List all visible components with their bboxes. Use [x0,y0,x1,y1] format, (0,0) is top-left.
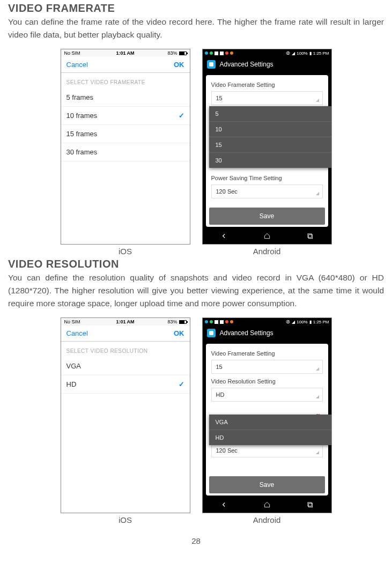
powersave-spinner[interactable]: 120 Sec [211,443,323,457]
status-icon [220,51,224,55]
android-status-bar: ⦿ ◢ 100% ▮ 1:25 PM [203,49,331,57]
status-icon [215,51,218,55]
ios-status-bar: No SIM 1:01 AM 83% [61,49,190,57]
list-item[interactable]: 5 frames [61,88,190,107]
battery-icon [179,320,187,324]
field-label: Power Saving Time Setting [211,175,323,181]
recent-icon[interactable] [306,232,314,242]
android-screenshot-framerate: ⦿ ◢ 100% ▮ 1:25 PM Advanced Settings Vid… [202,49,332,256]
status-dot-icon [230,51,233,55]
status-dot-icon [225,51,228,55]
list-item[interactable]: HD ✓ [61,375,190,394]
battery-pct: 100% [297,320,307,324]
status-dot-icon [210,320,213,323]
screenshot-row-framerate: No SIM 1:01 AM 83% Cancel OK SELECT VIDE… [8,49,384,256]
svg-rect-3 [308,504,312,507]
ok-button[interactable]: OK [174,61,184,69]
ok-button[interactable]: OK [174,329,184,337]
screenshot-row-resolution: No SIM 1:01 AM 83% Cancel OK SELECT VIDE… [8,317,384,524]
list-item[interactable]: 15 frames [61,125,190,143]
page-number: 28 [8,536,384,545]
ios-screenshot-resolution: No SIM 1:01 AM 83% Cancel OK SELECT VIDE… [61,317,190,524]
battery-icon: ▮ [309,51,312,56]
svg-rect-0 [307,234,311,238]
status-dot-icon [205,51,208,55]
dropdown-item[interactable]: 30 [209,153,332,168]
back-icon[interactable] [220,501,228,511]
field-label: Video Framerate Setting [211,82,323,88]
caption-android: Android [202,515,332,524]
signal-icon: ◢ [292,320,295,324]
status-time: 1:25 PM [313,51,329,56]
status-time: 1:25 PM [313,320,329,324]
android-status-bar: ⦿ ◢ 100% ▮ 1:25 PM [203,318,331,326]
status-dot-icon [225,320,228,323]
dropdown-item[interactable]: 5 [209,106,332,122]
battery-icon [179,51,187,55]
ios-screenshot-framerate: No SIM 1:01 AM 83% Cancel OK SELECT VIDE… [61,49,190,256]
battery-icon: ▮ [309,320,312,324]
app-icon [207,60,216,69]
svg-rect-1 [308,235,312,239]
caption-android: Android [202,247,332,256]
dropdown-item[interactable]: 15 [209,137,332,153]
status-icon [215,320,218,324]
cancel-button[interactable]: Cancel [66,61,88,69]
ios-status-time: 1:01 AM [61,50,190,56]
powersave-spinner[interactable]: 120 Sec [211,184,323,198]
app-icon [207,329,216,337]
list-item-label: 30 frames [66,148,98,156]
wifi-icon: ⦿ [286,51,290,56]
framerate-dropdown: 5 10 15 30 [209,106,332,168]
back-icon[interactable] [220,232,228,242]
settings-card: Video Framerate Setting 15 5 10 15 30 Po… [206,75,328,227]
resolution-spinner[interactable]: HD [211,388,323,402]
status-dot-icon [210,51,213,55]
recent-icon[interactable] [306,501,314,511]
framerate-spinner[interactable]: 15 [211,91,323,105]
resolution-dropdown: VGA HD [209,415,332,445]
ios-navbar: Cancel OK [61,57,190,73]
settings-card: Video Framerate Setting 15 Video Resolut… [206,344,328,496]
heading-video-resolution: VIDEO RESOLUTION [8,258,384,270]
svg-rect-2 [307,502,311,506]
save-button[interactable]: Save [209,476,325,493]
status-icon [220,320,224,324]
dropdown-item[interactable]: HD [209,430,332,445]
field-label: Video Framerate Setting [211,350,323,357]
home-icon[interactable] [263,501,271,511]
wifi-icon: ⦿ [286,320,290,324]
framerate-spinner[interactable]: 15 [211,360,323,374]
battery-pct: 100% [297,51,307,56]
dropdown-item[interactable]: VGA [209,415,332,430]
list-item[interactable]: 30 frames [61,143,190,161]
paragraph-framerate: You can define the frame rate of the vid… [8,16,384,41]
list-item[interactable]: VGA [61,357,190,375]
list-item-label: VGA [66,362,81,370]
android-appbar: Advanced Settings [203,57,331,72]
caption-ios: iOS [61,247,190,256]
save-button[interactable]: Save [209,208,325,225]
cancel-button[interactable]: Cancel [66,329,88,337]
heading-video-framerate: VIDEO FRAMERATE [8,2,384,14]
ios-section-header: SELECT VIDEO RESOLUTION [61,342,190,357]
signal-icon: ◢ [292,51,295,56]
dropdown-item[interactable]: 10 [209,122,332,137]
android-screenshot-resolution: ⦿ ◢ 100% ▮ 1:25 PM Advanced Settings Vid… [202,317,332,524]
list-item-label: 10 frames [66,112,98,120]
list-item-label: 5 frames [66,93,94,101]
home-icon[interactable] [263,232,271,242]
appbar-title: Advanced Settings [220,61,273,68]
list-item-label: HD [66,380,77,388]
paragraph-resolution: You can define the resolution quality of… [8,271,384,310]
list-item-label: 15 frames [66,130,98,138]
status-dot-icon [230,320,233,323]
caption-ios: iOS [61,515,190,524]
status-dot-icon [205,320,208,323]
checkmark-icon: ✓ [179,380,184,388]
android-nav-bar [203,499,331,513]
ios-navbar: Cancel OK [61,326,190,342]
list-item[interactable]: 10 frames ✓ [61,107,190,125]
ios-status-bar: No SIM 1:01 AM 83% [61,318,190,326]
field-label: Video Resolution Setting [211,378,323,385]
